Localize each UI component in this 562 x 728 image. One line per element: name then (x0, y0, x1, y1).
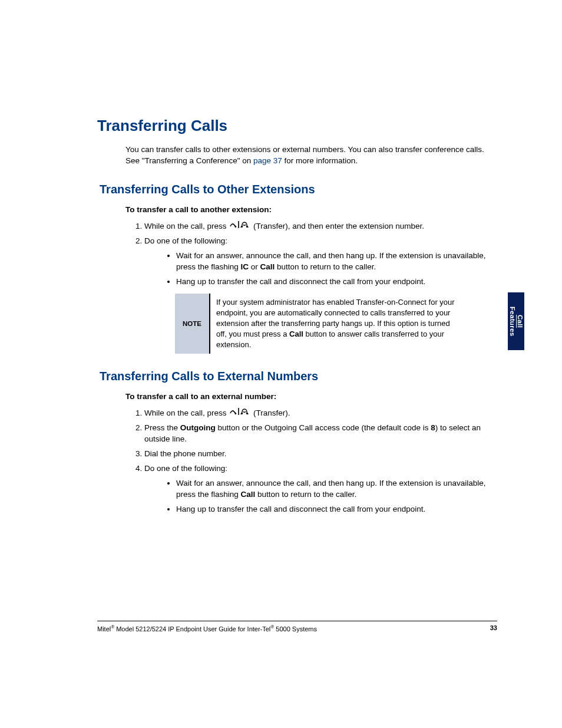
footer-end: 5000 Systems (274, 625, 317, 633)
transfer-icon (230, 407, 250, 419)
page-footer: Mitel® Model 5212/5224 IP Endpoint User … (97, 621, 497, 634)
footer-left: Mitel® Model 5212/5224 IP Endpoint User … (97, 624, 317, 634)
outgoing-bold: Outgoing (180, 423, 216, 432)
step-b3: Dial the phone number. (144, 449, 497, 460)
step-b2-a: Press the (144, 423, 180, 432)
intro-text-2: for more information. (282, 156, 358, 165)
document-page: Transferring Calls You can transfer call… (0, 0, 562, 728)
step-b4-text: Do one of the following: (144, 464, 227, 473)
step-b1-pre: While on the call, press (144, 409, 229, 417)
call-bold-1: Call (260, 262, 275, 271)
step-b1-post: (Transfer). (251, 409, 290, 417)
steps-list-a: While on the call, press (Transfer), and… (133, 220, 497, 287)
step-a1: While on the call, press (Transfer), and… (144, 220, 497, 232)
bullet-b1: Wait for an answer, announce the call, a… (176, 478, 497, 500)
bullet-a1-b: button to return to the caller. (275, 262, 376, 271)
transfer-icon (230, 220, 250, 232)
note-label: NOTE (175, 294, 209, 354)
intro-paragraph: You can transfer calls to other extensio… (125, 144, 497, 167)
bullet-a1: Wait for an answer, announce the call, a… (176, 251, 497, 273)
steps-list-b: While on the call, press (Transfer). Pre… (133, 407, 497, 515)
page-37-link[interactable]: page 37 (253, 156, 282, 165)
step-b2-b: button or the Outgoing Call access code … (216, 423, 431, 432)
procedure-heading-a: To transfer a call to another extension: (125, 205, 497, 216)
step-a1-pre: While on the call, press (144, 222, 229, 230)
bullet-a1-or: or (249, 262, 260, 271)
note-body: If your system administrator has enabled… (209, 294, 467, 354)
tab-line-1: Call (516, 307, 524, 336)
bullets-a: Wait for an answer, announce the call, a… (166, 251, 497, 288)
footer-brand: Mitel (97, 625, 111, 633)
section-tab: Call Features (508, 292, 524, 350)
procedure-heading-b: To transfer a call to an external number… (125, 391, 497, 403)
bullet-b1-b: button to return to the caller. (255, 490, 356, 499)
call-bold-2: Call (241, 490, 256, 499)
step-a2: Do one of the following: Wait for an ans… (144, 236, 497, 288)
page-heading: Transferring Calls (97, 115, 497, 136)
step-a2-text: Do one of the following: (144, 236, 227, 245)
note-box: NOTE If your system administrator has en… (175, 294, 467, 354)
step-a1-post: (Transfer), and then enter the extension… (251, 222, 424, 230)
section-heading-extensions: Transferring Calls to Other Extensions (100, 181, 497, 197)
footer-mid: Model 5212/5224 IP Endpoint User Guide f… (114, 625, 270, 633)
step-b4: Do one of the following: Wait for an ans… (144, 463, 497, 515)
bullet-b2: Hang up to transfer the call and disconn… (176, 504, 497, 515)
call-bold-note: Call (289, 330, 303, 338)
step-b1: While on the call, press (Transfer). (144, 407, 497, 419)
step-b2: Press the Outgoing button or the Outgoin… (144, 423, 497, 445)
bullet-a2: Hang up to transfer the call and disconn… (176, 276, 497, 288)
bullets-b: Wait for an answer, announce the call, a… (166, 478, 497, 515)
tab-line-2: Features (508, 307, 516, 336)
eight-bold: 8 (431, 423, 435, 432)
page-number: 33 (490, 624, 497, 634)
ic-bold: IC (241, 262, 249, 271)
section-heading-external: Transferring Calls to External Numbers (100, 368, 497, 384)
